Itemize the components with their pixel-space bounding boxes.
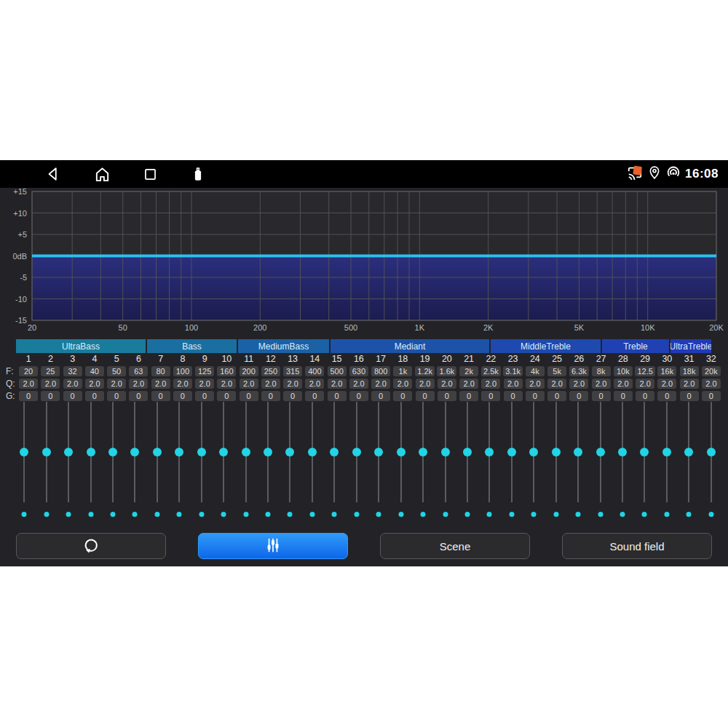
gain-slider[interactable] — [79, 400, 101, 526]
q-value-chip[interactable]: 2.0 — [127, 379, 149, 389]
g-value-chip[interactable]: 0 — [282, 391, 304, 401]
q-value-chip[interactable]: 2.0 — [568, 379, 590, 389]
back-icon[interactable] — [45, 165, 63, 183]
scene-button[interactable]: Scene — [380, 533, 530, 559]
gain-slider[interactable] — [389, 400, 411, 526]
f-value-chip[interactable]: 16k — [656, 366, 678, 376]
f-value-chip[interactable]: 5k — [546, 366, 568, 376]
slider-knob[interactable] — [242, 448, 250, 456]
f-value-chip[interactable]: 100 — [172, 366, 194, 376]
gain-slider[interactable] — [58, 400, 79, 526]
slider-knob[interactable] — [153, 448, 162, 456]
slider-knob[interactable] — [197, 448, 206, 456]
f-value-chip[interactable]: 12.5 — [634, 366, 656, 376]
slider-knob[interactable] — [485, 448, 494, 456]
q-value-chip[interactable]: 2.0 — [370, 379, 392, 389]
slider-knob[interactable] — [264, 448, 272, 456]
f-value-chip[interactable]: 400 — [304, 366, 325, 376]
g-value-chip[interactable]: 0 — [524, 391, 546, 401]
gain-slider[interactable] — [234, 400, 256, 526]
q-value-chip[interactable]: 2.0 — [106, 379, 127, 389]
band-segment-treble[interactable]: Treble — [602, 339, 669, 353]
gain-slider[interactable] — [13, 400, 35, 526]
home-icon[interactable] — [93, 165, 111, 183]
slider-knob[interactable] — [87, 448, 95, 456]
g-value-chip[interactable]: 0 — [678, 391, 700, 401]
gain-slider[interactable] — [168, 400, 190, 526]
gain-slider[interactable] — [35, 400, 57, 526]
gain-slider[interactable] — [478, 400, 500, 526]
q-value-chip[interactable]: 2.0 — [17, 379, 39, 389]
g-value-chip[interactable]: 0 — [238, 391, 260, 401]
q-value-chip[interactable]: 2.0 — [84, 379, 106, 389]
q-value-chip[interactable]: 2.0 — [414, 379, 436, 389]
q-value-chip[interactable]: 2.0 — [502, 379, 524, 389]
gain-slider[interactable] — [191, 400, 213, 526]
gain-slider[interactable] — [434, 400, 456, 526]
g-value-chip[interactable]: 0 — [656, 391, 678, 401]
g-value-chip[interactable]: 0 — [39, 391, 61, 401]
f-value-chip[interactable]: 8k — [590, 366, 612, 376]
g-value-chip[interactable]: 0 — [304, 391, 325, 401]
g-value-chip[interactable]: 0 — [84, 391, 106, 401]
slider-knob[interactable] — [640, 448, 649, 456]
gain-slider[interactable] — [213, 400, 234, 526]
f-value-chip[interactable]: 63 — [127, 366, 149, 376]
q-value-chip[interactable]: 2.0 — [282, 379, 304, 389]
f-value-chip[interactable]: 3.1k — [502, 366, 524, 376]
gain-slider[interactable] — [102, 400, 124, 526]
q-value-chip[interactable]: 2.0 — [546, 379, 568, 389]
reset-button[interactable] — [16, 533, 166, 559]
slider-knob[interactable] — [662, 448, 671, 456]
q-value-chip[interactable]: 2.0 — [215, 379, 237, 389]
q-value-chip[interactable]: 2.0 — [194, 379, 215, 389]
gain-slider[interactable] — [589, 400, 611, 526]
slider-knob[interactable] — [463, 448, 472, 456]
g-value-chip[interactable]: 0 — [172, 391, 194, 401]
g-value-chip[interactable]: 0 — [546, 391, 568, 401]
f-value-chip[interactable]: 32 — [62, 366, 84, 376]
slider-knob[interactable] — [285, 448, 294, 456]
g-value-chip[interactable]: 0 — [370, 391, 392, 401]
q-value-chip[interactable]: 2.0 — [172, 379, 194, 389]
g-value-chip[interactable]: 0 — [612, 391, 634, 401]
q-value-chip[interactable]: 2.0 — [392, 379, 414, 389]
slider-knob[interactable] — [308, 448, 317, 456]
band-segment-middletreble[interactable]: MiddleTreble — [491, 339, 601, 353]
q-value-chip[interactable]: 2.0 — [62, 379, 84, 389]
gain-slider[interactable] — [633, 400, 655, 526]
g-value-chip[interactable]: 0 — [348, 391, 370, 401]
f-value-chip[interactable]: 2.5k — [480, 366, 502, 376]
f-value-chip[interactable]: 1.6k — [436, 366, 458, 376]
slider-knob[interactable] — [397, 448, 405, 456]
band-segment-ultratreble[interactable]: UltraTreble — [670, 339, 711, 353]
gain-slider[interactable] — [368, 400, 389, 526]
q-value-chip[interactable]: 2.0 — [612, 379, 634, 389]
slider-knob[interactable] — [330, 448, 339, 456]
q-value-chip[interactable]: 2.0 — [238, 379, 260, 389]
slider-knob[interactable] — [441, 448, 450, 456]
sound-field-button[interactable]: Sound field — [562, 533, 712, 559]
g-value-chip[interactable]: 0 — [458, 391, 480, 401]
q-value-chip[interactable]: 2.0 — [656, 379, 678, 389]
f-value-chip[interactable]: 630 — [348, 366, 370, 376]
g-value-chip[interactable]: 0 — [215, 391, 237, 401]
eq-button[interactable] — [198, 533, 348, 559]
slider-knob[interactable] — [108, 448, 117, 456]
q-value-chip[interactable]: 2.0 — [590, 379, 612, 389]
f-value-chip[interactable]: 800 — [370, 366, 392, 376]
gain-slider[interactable] — [523, 400, 545, 526]
f-value-chip[interactable]: 1.2k — [414, 366, 436, 376]
g-value-chip[interactable]: 0 — [590, 391, 612, 401]
f-value-chip[interactable]: 10k — [612, 366, 634, 376]
slider-knob[interactable] — [64, 448, 73, 456]
gain-slider[interactable] — [146, 400, 168, 526]
band-segment-mediumbass[interactable]: MediumBass — [238, 339, 329, 353]
g-value-chip[interactable]: 0 — [260, 391, 282, 401]
slider-knob[interactable] — [374, 448, 383, 456]
g-value-chip[interactable]: 0 — [392, 391, 414, 401]
f-value-chip[interactable]: 18k — [678, 366, 700, 376]
g-value-chip[interactable]: 0 — [127, 391, 149, 401]
gain-slider[interactable] — [656, 400, 678, 526]
f-value-chip[interactable]: 315 — [282, 366, 304, 376]
